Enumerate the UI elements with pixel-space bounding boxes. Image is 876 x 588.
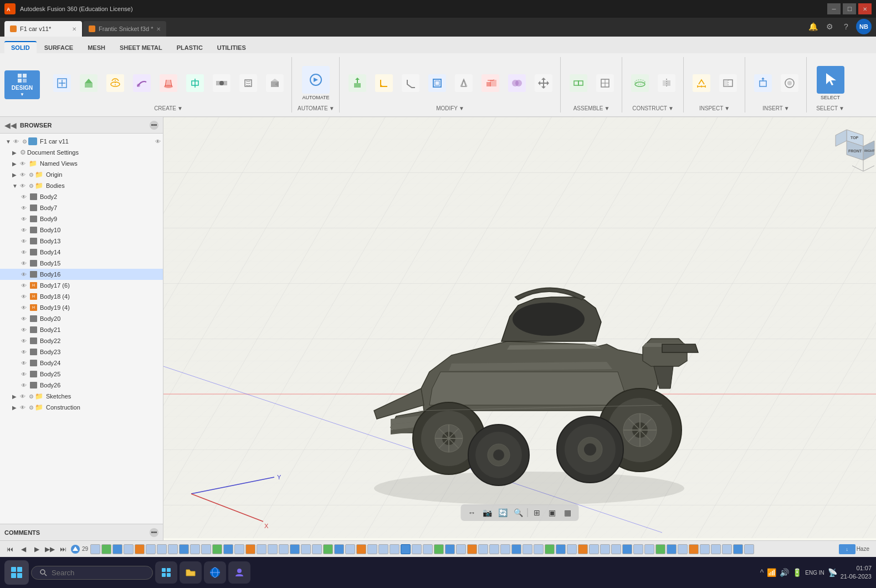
- timeline-item-40[interactable]: [534, 544, 544, 554]
- eye-body18[interactable]: 👁: [21, 294, 29, 300]
- combine-btn[interactable]: [505, 72, 529, 94]
- expand-sketches[interactable]: ▶: [12, 393, 19, 400]
- tl-first-btn[interactable]: ⏮: [4, 544, 16, 555]
- midplane-btn[interactable]: [654, 72, 679, 94]
- timeline-item-37[interactable]: [500, 544, 510, 554]
- browser-back-btn[interactable]: ◀◀: [4, 121, 17, 130]
- thread-btn[interactable]: [236, 72, 260, 94]
- expand-construction[interactable]: ▶: [12, 405, 19, 411]
- timeline-item-1[interactable]: [101, 544, 111, 554]
- timeline-item-38[interactable]: [511, 544, 521, 554]
- file-explorer-btn[interactable]: [180, 561, 202, 584]
- eye-body17[interactable]: 👁: [21, 283, 29, 289]
- shell-btn[interactable]: [425, 72, 449, 94]
- teams-btn[interactable]: [228, 561, 250, 584]
- notification-btn[interactable]: 🔔: [806, 20, 819, 33]
- timeline-item-57[interactable]: [722, 544, 732, 554]
- timeline-item-26[interactable]: [378, 544, 388, 554]
- automate-main-btn[interactable]: AUTOMATE: [298, 64, 334, 103]
- tl-prev-btn[interactable]: ◀: [18, 544, 29, 555]
- vp-view-btn[interactable]: ▣: [546, 506, 559, 519]
- volume-icon[interactable]: 🔊: [780, 568, 789, 577]
- cross-section-btn[interactable]: [716, 72, 740, 94]
- timeline-item-2[interactable]: [112, 544, 122, 554]
- rigid-group-btn[interactable]: [593, 72, 617, 94]
- timeline-item-48[interactable]: [622, 544, 632, 554]
- eye-body26[interactable]: 👁: [21, 382, 29, 388]
- select-main-btn[interactable]: SELECT: [812, 64, 849, 103]
- tree-body15[interactable]: 👁 Body15: [0, 258, 163, 269]
- expand-bodies[interactable]: ▼: [12, 183, 19, 189]
- revolve-btn[interactable]: [103, 72, 127, 94]
- view-cube[interactable]: TOP FRONT RIGHT: [816, 121, 872, 177]
- user-avatar[interactable]: NB: [856, 19, 872, 34]
- timeline-item-58[interactable]: [733, 544, 743, 554]
- tree-doc-settings[interactable]: ▶ ⚙ Document Settings: [0, 147, 163, 158]
- timeline-item-41[interactable]: [545, 544, 555, 554]
- tl-next-btn[interactable]: ▶▶: [44, 544, 55, 555]
- extrude-btn[interactable]: [76, 72, 101, 94]
- tree-body20[interactable]: 👁 Body20: [0, 313, 163, 324]
- timeline-item-24[interactable]: [356, 544, 366, 554]
- eye-root[interactable]: 👁: [13, 139, 21, 145]
- eye-body23[interactable]: 👁: [21, 349, 29, 355]
- timeline-item-14[interactable]: [245, 544, 255, 554]
- timeline-item-10[interactable]: [201, 544, 211, 554]
- timeline-item-13[interactable]: [234, 544, 244, 554]
- rib-btn[interactable]: [183, 72, 207, 94]
- eye-sketches[interactable]: 👁: [20, 393, 28, 400]
- vp-display-btn[interactable]: ▦: [561, 506, 575, 519]
- expand-root[interactable]: ▼: [6, 139, 12, 145]
- help-btn[interactable]: ?: [839, 20, 853, 33]
- expand-origin[interactable]: ▶: [12, 172, 19, 178]
- timeline-item-30[interactable]: [423, 544, 433, 554]
- tree-sketches[interactable]: ▶ 👁 ⚙ 📁 Sketches: [0, 391, 163, 402]
- timeline-item-3[interactable]: [124, 544, 134, 554]
- tl-last-btn[interactable]: ⏭: [58, 544, 69, 555]
- timeline-item-0[interactable]: [90, 544, 100, 554]
- timeline-item-34[interactable]: [467, 544, 477, 554]
- move-copy-btn[interactable]: [531, 72, 556, 94]
- new-component-btn[interactable]: [50, 72, 74, 94]
- language-indicator[interactable]: ENG IN: [805, 570, 824, 576]
- ribbon-tab-solid[interactable]: SOLID: [4, 41, 37, 53]
- eye-body21[interactable]: 👁: [21, 327, 29, 333]
- timeline-item-54[interactable]: [689, 544, 699, 554]
- tree-body18[interactable]: 👁 H Body18 (4): [0, 291, 163, 302]
- timeline-item-9[interactable]: [190, 544, 200, 554]
- timeline-item-28[interactable]: [401, 544, 411, 554]
- timeline-item-27[interactable]: [390, 544, 399, 554]
- tree-body19[interactable]: 👁 H Body19 (4): [0, 302, 163, 313]
- timeline-item-36[interactable]: [489, 544, 499, 554]
- insert-mesh-btn[interactable]: [751, 72, 775, 94]
- joint-btn[interactable]: [566, 72, 591, 94]
- press-pull-btn[interactable]: [345, 72, 370, 94]
- tree-body13[interactable]: 👁 Body13: [0, 236, 163, 247]
- settings-btn[interactable]: ⚙: [823, 20, 836, 33]
- timeline-item-32[interactable]: [445, 544, 455, 554]
- eye-body25[interactable]: 👁: [21, 371, 29, 377]
- ribbon-tab-plastic[interactable]: PLASTIC: [170, 42, 209, 53]
- timeline-item-20[interactable]: [312, 544, 322, 554]
- loft-btn[interactable]: [156, 72, 181, 94]
- network-icon[interactable]: 📶: [767, 568, 776, 577]
- box-btn[interactable]: [263, 72, 287, 94]
- start-button[interactable]: [4, 560, 29, 585]
- timeline-item-6[interactable]: [157, 544, 167, 554]
- timeline-item-39[interactable]: [522, 544, 532, 554]
- tree-construction[interactable]: ▶ 👁 ⚙ 📁 Construction: [0, 402, 163, 413]
- minimize-button[interactable]: ─: [827, 3, 841, 14]
- timeline-item-29[interactable]: [412, 544, 422, 554]
- task-view-btn[interactable]: [155, 561, 177, 584]
- expand-doc[interactable]: ▶: [12, 150, 19, 156]
- timeline-item-56[interactable]: [711, 544, 721, 554]
- eye-body10[interactable]: 👁: [21, 227, 29, 233]
- vp-zoom-btn[interactable]: 🔍: [512, 506, 525, 519]
- eye-settings[interactable]: 👁: [155, 139, 161, 145]
- timeline-item-43[interactable]: [567, 544, 577, 554]
- tree-body22[interactable]: 👁 Body22: [0, 335, 163, 346]
- scale-btn[interactable]: [478, 72, 503, 94]
- tree-body10[interactable]: 👁 Body10: [0, 224, 163, 236]
- ribbon-tab-utilities[interactable]: UTILITIES: [211, 42, 253, 53]
- vp-rotate-btn[interactable]: 🔄: [496, 506, 510, 519]
